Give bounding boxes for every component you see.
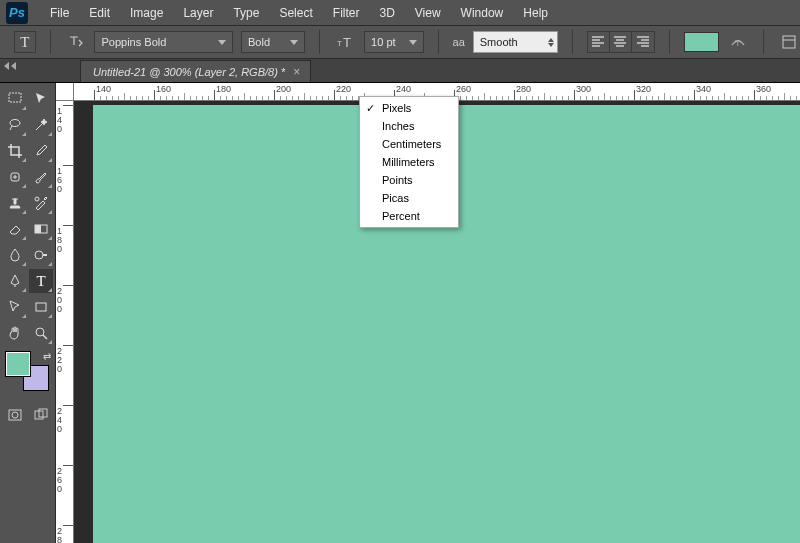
- menu-file[interactable]: File: [40, 6, 79, 20]
- swap-colors-icon[interactable]: ⇄: [43, 351, 51, 362]
- antialias-dropdown[interactable]: Smooth: [473, 31, 558, 53]
- document-tab-title: Untitled-21 @ 300% (Layer 2, RGB/8) *: [93, 66, 285, 78]
- ruler-unit-picas[interactable]: Picas: [360, 189, 458, 207]
- app-logo[interactable]: Ps: [6, 2, 28, 24]
- foreground-color[interactable]: [5, 351, 31, 377]
- svg-rect-11: [36, 303, 46, 311]
- font-weight-dropdown[interactable]: Bold: [241, 31, 305, 53]
- history-brush-tool[interactable]: [29, 191, 53, 215]
- svg-point-10: [35, 251, 43, 259]
- menu-filter[interactable]: Filter: [323, 6, 370, 20]
- svg-point-14: [12, 412, 18, 418]
- pen-tool[interactable]: [3, 269, 27, 293]
- quick-mask-toggle[interactable]: [3, 405, 27, 425]
- ruler-units-context-menu: PixelsInchesCentimetersMillimetersPoints…: [359, 96, 459, 228]
- font-size-value: 10 pt: [371, 36, 395, 48]
- antialias-value: Smooth: [480, 36, 518, 48]
- text-align-group: [587, 31, 655, 53]
- svg-rect-9: [35, 225, 41, 233]
- close-tab-button[interactable]: ×: [293, 65, 300, 79]
- hand-tool[interactable]: [3, 321, 27, 345]
- menu-layer[interactable]: Layer: [173, 6, 223, 20]
- svg-rect-4: [9, 93, 21, 102]
- ruler-unit-points[interactable]: Points: [360, 171, 458, 189]
- separator: [669, 30, 670, 54]
- svg-point-12: [36, 328, 44, 336]
- color-swatches: ⇄: [5, 351, 53, 391]
- font-size-icon: TT: [334, 31, 356, 53]
- toolbox: T ⇄: [0, 83, 56, 543]
- align-center-button[interactable]: [610, 32, 632, 52]
- ruler-origin[interactable]: [56, 83, 74, 101]
- svg-point-5: [10, 120, 20, 127]
- warp-text-button[interactable]: T: [727, 31, 749, 53]
- menu-3d[interactable]: 3D: [369, 6, 404, 20]
- crop-tool[interactable]: [3, 139, 27, 163]
- document-tab-bar: Untitled-21 @ 300% (Layer 2, RGB/8) * ×: [0, 59, 800, 83]
- vertical-ruler[interactable]: 140160180200220240260280: [56, 101, 74, 543]
- options-bar: T Poppins Bold Bold TT 10 pt aa Smooth T: [0, 25, 800, 59]
- svg-point-7: [35, 197, 39, 201]
- clone-stamp-tool[interactable]: [3, 191, 27, 215]
- document-tab[interactable]: Untitled-21 @ 300% (Layer 2, RGB/8) * ×: [80, 60, 311, 82]
- menu-view[interactable]: View: [405, 6, 451, 20]
- align-right-button[interactable]: [632, 32, 654, 52]
- font-size-dropdown[interactable]: 10 pt: [364, 31, 423, 53]
- antialias-label: aa: [453, 36, 465, 48]
- eyedropper-tool[interactable]: [29, 139, 53, 163]
- separator: [763, 30, 764, 54]
- lasso-tool[interactable]: [3, 113, 27, 137]
- menu-type[interactable]: Type: [223, 6, 269, 20]
- separator: [438, 30, 439, 54]
- ruler-unit-centimeters[interactable]: Centimeters: [360, 135, 458, 153]
- font-family-value: Poppins Bold: [101, 36, 166, 48]
- align-left-button[interactable]: [588, 32, 610, 52]
- menu-help[interactable]: Help: [513, 6, 558, 20]
- gradient-tool[interactable]: [29, 217, 53, 241]
- blur-tool[interactable]: [3, 243, 27, 267]
- character-panel-toggle[interactable]: [778, 31, 800, 53]
- font-family-dropdown[interactable]: Poppins Bold: [94, 31, 233, 53]
- collapse-panels-icon[interactable]: [4, 62, 22, 72]
- ruler-unit-pixels[interactable]: Pixels: [360, 99, 458, 117]
- svg-rect-3: [783, 36, 795, 48]
- menu-select[interactable]: Select: [269, 6, 322, 20]
- screen-mode-toggle[interactable]: [29, 405, 53, 425]
- current-tool-indicator[interactable]: T: [14, 31, 36, 53]
- svg-text:T: T: [735, 38, 741, 48]
- separator: [50, 30, 51, 54]
- rectangle-tool[interactable]: [29, 295, 53, 319]
- menu-image[interactable]: Image: [120, 6, 173, 20]
- zoom-tool[interactable]: [29, 321, 53, 345]
- menu-edit[interactable]: Edit: [79, 6, 120, 20]
- font-weight-value: Bold: [248, 36, 270, 48]
- separator: [572, 30, 573, 54]
- ruler-unit-millimeters[interactable]: Millimeters: [360, 153, 458, 171]
- text-color-swatch[interactable]: [684, 32, 720, 52]
- svg-text:T: T: [337, 39, 342, 48]
- dodge-tool[interactable]: [29, 243, 53, 267]
- marquee-tool[interactable]: [3, 87, 27, 111]
- text-orientation-toggle[interactable]: [65, 31, 87, 53]
- brush-tool[interactable]: [29, 165, 53, 189]
- healing-brush-tool[interactable]: [3, 165, 27, 189]
- magic-wand-tool[interactable]: [29, 113, 53, 137]
- separator: [319, 30, 320, 54]
- svg-text:T: T: [343, 35, 351, 50]
- eraser-tool[interactable]: [3, 217, 27, 241]
- menu-bar: Ps FileEditImageLayerTypeSelectFilter3DV…: [0, 0, 800, 25]
- move-tool[interactable]: [29, 87, 53, 111]
- menu-window[interactable]: Window: [451, 6, 514, 20]
- path-selection-tool[interactable]: [3, 295, 27, 319]
- ruler-unit-inches[interactable]: Inches: [360, 117, 458, 135]
- type-tool[interactable]: T: [29, 269, 53, 293]
- ruler-unit-percent[interactable]: Percent: [360, 207, 458, 225]
